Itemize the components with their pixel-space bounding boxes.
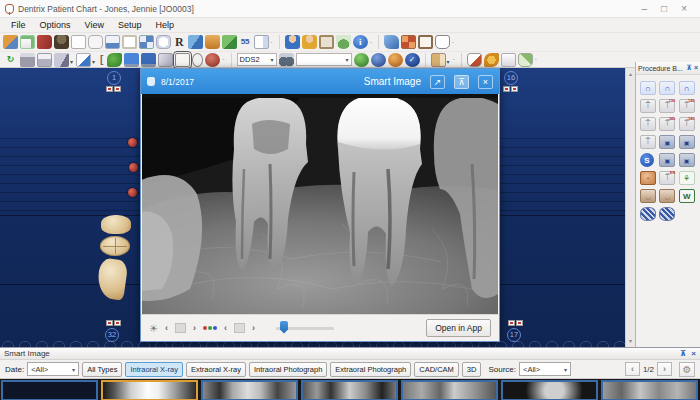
menu-help[interactable]: Help [148,19,181,31]
zoom-slider[interactable] [276,327,334,330]
monitor-media-icon[interactable] [141,53,156,67]
next-filter-icon[interactable]: › [250,323,257,333]
dialog-close-icon[interactable]: × [478,75,493,89]
status-green-icon[interactable] [354,53,369,67]
filter-intraoral-xray[interactable]: Intraoral X-ray [125,362,183,377]
smart-image-panel-icon[interactable] [175,53,190,67]
acquire-dropdown-icon[interactable]: ▾ [70,58,73,65]
quick-letters-icon[interactable]: 55 [239,35,252,49]
patient-chart-icon[interactable] [54,35,69,49]
billing-icon[interactable] [222,35,237,49]
close-icon[interactable]: × [681,1,687,17]
procedure-word-doc-button[interactable]: W [679,189,695,203]
thumbnail-3[interactable] [201,380,298,400]
menu-options[interactable]: Options [33,19,78,31]
procedure-hatch-button[interactable]: ▨ [640,207,656,221]
notepad-icon[interactable] [501,53,516,67]
panel-close-icon[interactable]: × [691,349,696,358]
procedure-bridge-button[interactable]: ∩ [679,81,695,95]
prev-adjust-icon[interactable]: ‹ [163,323,170,333]
office-journal-icon[interactable] [205,35,220,49]
menu-setup[interactable]: Setup [111,19,149,31]
procedure-plant-button[interactable]: ⚘ [679,171,695,185]
status-blue-icon[interactable] [371,53,386,67]
prescriptions-icon[interactable]: R [173,35,186,49]
panel-close-icon[interactable]: × [694,64,698,72]
thumbnail-5[interactable] [401,380,498,400]
tooth-wand-icon[interactable] [518,53,533,67]
filter-3d[interactable]: 3D [462,362,482,377]
tooth-number-1[interactable]: 1 [107,71,121,85]
chart-scrollbar[interactable]: ▴ ▾ [625,68,635,347]
acquire-icon[interactable] [54,53,69,67]
procedure-implant-er-button[interactable]: ⍑ER [659,171,675,185]
procedure-implant-130-button[interactable]: ⍑130 [659,99,675,113]
status-orange-icon[interactable] [388,53,403,67]
procedure-implant-button[interactable]: ⍑ [640,99,656,113]
provider-select[interactable]: DDS2▾ [237,53,277,66]
date-select[interactable]: <All>▾ [27,362,79,376]
page-next-icon[interactable]: › [657,362,672,376]
perio-exam-icon[interactable] [107,53,122,67]
thumbnail-2-selected[interactable] [101,380,198,400]
exit-dropdown-icon[interactable]: ▾ [447,58,450,65]
patient-notes-icon[interactable] [20,35,35,49]
procedure-bridge-button[interactable]: ∩ [640,81,656,95]
menu-file[interactable]: File [4,19,33,31]
open-in-app-button[interactable]: Open in App [426,319,491,337]
prev-filter-icon[interactable]: ‹ [222,323,229,333]
referral-person-icon[interactable] [285,35,300,49]
tooth-drill-icon[interactable] [467,53,482,67]
procedure-root-button[interactable]: ⍑ [640,135,656,149]
thumbnail-4[interactable] [301,380,398,400]
annotate-icon[interactable] [76,53,91,67]
refresh-icon[interactable]: ↻ [3,53,18,67]
procedure-perio-button[interactable]: ☺ [640,171,656,185]
scroll-down-icon[interactable]: ▾ [626,337,635,344]
scroll-up-icon[interactable]: ▴ [626,70,635,77]
oval-tool-icon[interactable] [192,53,203,67]
frame-portrait-icon[interactable] [418,35,433,49]
treatment-planner-icon[interactable] [156,35,171,49]
lab-case-icon[interactable] [336,35,351,49]
panel-pin-icon[interactable]: ⊼ [686,64,692,72]
filter-cadcam[interactable]: CAD/CAM [414,362,459,377]
tooth-32-occlusal-view[interactable] [100,236,130,256]
clipboard-icon[interactable] [158,53,173,67]
filter-extraoral-xray[interactable]: Extraoral X-ray [186,362,246,377]
brightness-icon[interactable]: ☀ [149,323,158,334]
exit-door-icon[interactable] [431,53,446,67]
procedure-monitor-button[interactable]: ▣ [659,153,675,167]
view-select[interactable]: ▾ [296,53,352,66]
slider-handle[interactable] [280,321,288,334]
ledger-book-icon[interactable] [37,35,52,49]
tooth-16-flags[interactable] [503,86,518,92]
dialog-titlebar[interactable]: 8/1/2017 Smart Image ↗ ⊼ × [141,69,499,94]
panel-pin-icon[interactable]: ⊼ [680,349,687,358]
maximize-icon[interactable]: □ [661,1,667,17]
burst-tool-icon[interactable] [484,53,499,67]
procedure-sealant-button[interactable]: S [640,153,654,167]
tooth-number-17[interactable]: 17 [507,328,521,342]
document-center-icon[interactable] [188,35,203,49]
panel-rounded-icon[interactable] [88,35,103,49]
tooth-number-32[interactable]: 32 [105,328,119,342]
procedure-implant-340-button[interactable]: ⍑340 [659,117,675,131]
tooth-1-flags[interactable] [106,86,121,92]
photo-frame-icon[interactable] [122,35,137,49]
settings-gear-icon[interactable]: ⚙ [679,362,695,377]
tooth-number-16[interactable]: 16 [504,71,518,85]
print-icon[interactable] [20,53,35,67]
tooth-32-root-view[interactable] [95,257,128,301]
perio-chart-icon[interactable] [105,35,120,49]
procedure-denture-button[interactable]: ◡ [640,189,656,203]
picture-icon[interactable] [319,35,334,49]
patient-alert-icon[interactable] [302,35,317,49]
procedure-implant-140-button[interactable]: ⍑140 [679,99,695,113]
procedure-monitor-button[interactable]: ▣ [679,153,695,167]
print-preview-icon[interactable] [37,53,52,67]
tooth-32-flags[interactable] [106,320,121,326]
grid-red-icon[interactable] [401,35,416,49]
annotate-dropdown-icon[interactable]: ▾ [92,58,95,65]
expand-icon[interactable]: ↗ [430,75,445,89]
